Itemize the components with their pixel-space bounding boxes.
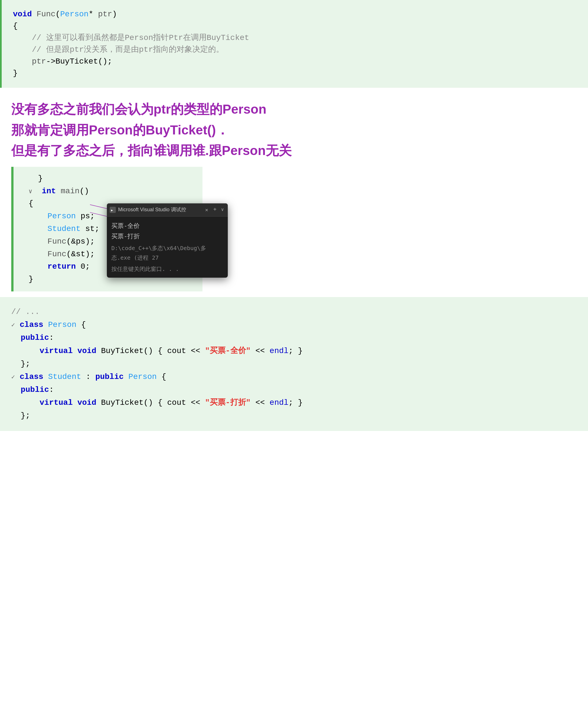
mid-line-1: ∨ int main() [19, 185, 194, 198]
text-line-3: 但是有了多态之后，指向谁调用谁.跟Person无关 [11, 140, 577, 161]
terminal-path: D:\code_C++\多态\x64\Debug\多态.exe (进程 27 [111, 243, 223, 263]
bottom-line-5: ✓ class Student : public Person { [11, 370, 577, 384]
text-section: 没有多态之前我们会认为ptr的类型的Person 那就肯定调用Person的Bu… [0, 88, 588, 167]
bottom-line-6: public: [11, 384, 577, 396]
top-code-block: void Func(Person* ptr) { // 这里可以看到虽然都是Pe… [0, 0, 588, 88]
terminal-close-button[interactable]: ✕ [204, 206, 210, 213]
terminal-title: Microsoft Visual Studio 调试控 [118, 206, 201, 213]
terminal-popup: ▶ Microsoft Visual Studio 调试控 ✕ + ∨ 买票-全… [107, 203, 228, 278]
code-line-6: } [13, 67, 577, 79]
bottom-line-2: public: [11, 331, 577, 344]
terminal-icon: ▶ [110, 207, 116, 213]
mid-line-0: } [19, 172, 194, 185]
svg-text:▶: ▶ [111, 208, 113, 212]
bottom-line-top: // ... [11, 306, 577, 319]
terminal-hint: 按任意键关闭此窗口. . . [111, 264, 223, 274]
text-line-1: 没有多态之前我们会认为ptr的类型的Person [11, 99, 577, 120]
terminal-output-line-2: 买票-打折 [111, 231, 223, 241]
bottom-line-1: ✓ class Person { [11, 319, 577, 331]
code-line-5: ptr->BuyTicket(); [13, 56, 577, 67]
code-line-2: { [13, 20, 577, 32]
bottom-line-8: }; [11, 409, 577, 422]
code-line-3: // 这里可以看到虽然都是Person指针Ptr在调用BuyTicket [13, 32, 577, 44]
text-line-2: 那就肯定调用Person的BuyTicket()． [11, 120, 577, 141]
terminal-plus-icon[interactable]: + [212, 205, 218, 214]
code-line-1: void Func(Person* ptr) [13, 8, 577, 20]
code-line-4: // 但是跟ptr没关系，而是由ptr指向的对象决定的。 [13, 44, 577, 56]
terminal-output-line-1: 买票-全价 [111, 221, 223, 231]
terminal-chevron-icon[interactable]: ∨ [220, 206, 225, 214]
mid-section: } ∨ int main() { Person ps; Student st; … [0, 167, 588, 291]
bottom-line-4: }; [11, 357, 577, 370]
bottom-code-block: // ... ✓ class Person { public: virtual … [0, 297, 588, 431]
terminal-body: 买票-全价 买票-打折 D:\code_C++\多态\x64\Debug\多态.… [107, 217, 228, 278]
bottom-line-3: virtual void BuyTicket() { cout << "买票-全… [11, 345, 577, 357]
terminal-titlebar: ▶ Microsoft Visual Studio 调试控 ✕ + ∨ [107, 203, 228, 217]
bottom-line-7: virtual void BuyTicket() { cout << "买票-打… [11, 396, 577, 409]
